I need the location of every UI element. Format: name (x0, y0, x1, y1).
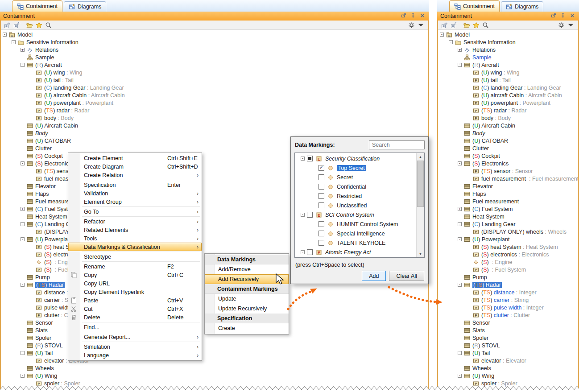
context-menu-item-specification[interactable]: SpecificationEnter (68, 181, 202, 189)
favorites-icon[interactable] (472, 21, 480, 29)
collapse-toggle-icon[interactable]: - (458, 161, 462, 165)
submenu-item-create[interactable]: Create (205, 323, 289, 333)
context-menu-item-simulation[interactable]: Simulation› (68, 342, 202, 351)
collapse-toggle-icon[interactable]: - (301, 157, 305, 161)
tree-node-body[interactable]: Body (438, 129, 578, 137)
collapse-toggle-icon[interactable]: - (12, 40, 16, 44)
context-menu-item-delete[interactable]: DeleteDelete (68, 313, 202, 322)
context-menu-item-language[interactable]: Language› (68, 351, 202, 359)
collapse-toggle-icon[interactable]: - (21, 351, 25, 355)
caret-down-icon[interactable] (417, 21, 425, 29)
checkbox-restricted[interactable] (318, 193, 324, 199)
tree-node-clutter[interactable]: Clutter (438, 144, 578, 152)
tree-node-aircraft-cabin[interactable]: (U) Aircraft Cabin (438, 122, 578, 129)
tree-node-spoler[interactable]: Pspoler : Spoler (438, 380, 578, 387)
submenu-item-add-remove[interactable]: Add/Remove (205, 264, 289, 274)
close-icon[interactable] (569, 12, 576, 19)
context-menu-item-stereotype[interactable]: Stereotype (68, 252, 202, 261)
tree-node-cockpit[interactable]: (S) Cockpit (438, 152, 578, 160)
context-menu-item-element-group[interactable]: Element Group› (68, 198, 202, 206)
tree-node-powerplant[interactable]: P(U) powerplant : Powerplant (438, 99, 578, 107)
close-icon[interactable] (419, 12, 426, 19)
collapse-toggle-icon[interactable]: - (21, 161, 25, 165)
gear-icon[interactable] (557, 21, 565, 29)
tree-node-electronics[interactable]: P(S) electronics : Electronics (438, 251, 578, 258)
context-menu-item-refactor[interactable]: Refactor› (68, 217, 202, 226)
tree-node-wing[interactable]: P(U) wing : Wing (1, 69, 428, 76)
add-button[interactable]: Add (362, 271, 386, 281)
collapse-toggle-icon[interactable]: - (440, 33, 444, 37)
tree-node-landing-gear[interactable]: P(C) landing Gear : Landing Gear (1, 84, 428, 91)
checkbox-talent-keyhole[interactable] (318, 240, 324, 246)
marking-row-partial[interactable] (295, 257, 417, 257)
tree-node-engine[interactable]: (S) : Engine (438, 258, 578, 266)
context-menu-item-data-markings-classification[interactable]: Data Markings & Classification› (68, 243, 202, 251)
scroll-up-icon[interactable]: ▲ (417, 153, 424, 160)
collapse-toggle-icon[interactable]: - (458, 63, 462, 67)
tree-node-heat-system[interactable]: P(S) heat System : Heat System (438, 243, 578, 251)
tree-node-tail[interactable]: P(U) tail : Tail (438, 76, 578, 84)
collapse-toggle-icon[interactable]: - (458, 237, 462, 241)
collapse-toggle-icon[interactable]: - (458, 374, 462, 378)
collapse-all-icon[interactable] (440, 21, 448, 29)
context-menu-item-validation[interactable]: Validation› (68, 189, 202, 198)
tree-node-electronics[interactable]: -(S) Electronics (438, 160, 578, 167)
tree-node-sensitive-information[interactable]: -Sensitive Information (438, 38, 578, 46)
tree-node-fuel-measurement[interactable]: Pfuel measurement : Fuel measurement (438, 175, 578, 182)
tree-node-spoler[interactable]: Spoler (1, 334, 428, 342)
tree-node-aircraft-cabin[interactable]: P(U) aircraft Cabin : Aircraft Cabin (438, 91, 578, 99)
submenu-item-add-recursively[interactable]: Add Recursively (205, 274, 289, 284)
scrollbar[interactable]: ▲ ▼ (416, 153, 424, 257)
collapse-toggle-icon[interactable]: - (21, 374, 25, 378)
tree-node-carrier[interactable]: V(TS) carrier : String (438, 296, 578, 304)
marking-row-restricted[interactable]: Restricted (295, 191, 417, 201)
tree-node-radar[interactable]: P(TS) radar : Radar (438, 107, 578, 114)
context-menu-item-create-relation[interactable]: Create Relation› (68, 171, 202, 179)
tree-node-aircraft[interactable]: -(R) Aircraft (438, 61, 578, 69)
tree-node-elevator[interactable]: Pelevator : Elevator (438, 357, 578, 364)
collapse-toggle-icon[interactable]: - (301, 213, 305, 217)
marking-row-top-secret[interactable]: Top Secret (295, 163, 417, 173)
tree-node-wheels[interactable]: P(DISPLAY ONLY) wheels : Wheels (438, 228, 578, 235)
context-menu-item-cut[interactable]: CutCtrl+X (68, 305, 202, 313)
collapse-toggle-icon[interactable]: - (21, 283, 25, 287)
marking-row-humint-control-system[interactable]: HUMINT Control System (295, 219, 417, 229)
tree-node-sensitive-information[interactable]: -Sensitive Information (1, 38, 428, 46)
tree-node-tail[interactable]: -(U) Tail (1, 349, 428, 357)
tree-node-pump[interactable]: Pump (438, 273, 578, 281)
checkbox-security-classification[interactable] (307, 156, 313, 161)
context-menu-item-create-element[interactable]: Create ElementCtrl+Shift+E (68, 154, 202, 162)
tree-node-powerplant[interactable]: P(U) powerplant : Powerplant (1, 99, 428, 107)
expand-toggle-icon[interactable]: + (458, 207, 462, 211)
tree-node-aircraft-cabin[interactable]: P(U) aircraft Cabin : Aircraft Cabin (1, 91, 428, 99)
tree-node-body[interactable]: Pbody : Body (438, 114, 578, 122)
tree-node-sample[interactable]: Sample (438, 54, 578, 61)
tree-node-fuel-system[interactable]: +(C) Fuel System (438, 205, 578, 213)
collapse-toggle-icon[interactable]: - (458, 351, 462, 355)
tree-node-flaps[interactable]: Pflaps : Flaps (438, 387, 578, 392)
tree-node-body[interactable]: Pbody : Body (1, 114, 428, 122)
open-folder-icon[interactable] (25, 21, 33, 29)
gear-icon[interactable] (407, 21, 415, 29)
tree-node-spoler[interactable]: Spoler (438, 334, 578, 342)
tree-node-aircraft-cabin[interactable]: (U) Aircraft Cabin (1, 122, 428, 129)
collapse-toggle-icon[interactable]: - (458, 222, 462, 226)
tree-node-body[interactable]: Body (1, 129, 428, 137)
tree-node-stovl[interactable]: (R) STOVL (438, 342, 578, 349)
context-menu-item-find[interactable]: Find... (68, 323, 202, 331)
tree-node-landing-gear[interactable]: P(C) landing Gear : Landing Gear (438, 84, 578, 91)
context-menu-item-create-diagram[interactable]: Create DiagramCtrl+Shift+D (68, 162, 202, 171)
submenu-item-update[interactable]: Update (205, 294, 289, 304)
tree-node-model[interactable]: -Model (1, 31, 428, 38)
context-menu-item-go-to[interactable]: Go To› (68, 207, 202, 216)
tree-node-wheels[interactable]: Wheels (438, 364, 578, 372)
checkbox-confidential[interactable] (318, 184, 324, 190)
pin-icon[interactable] (559, 12, 567, 19)
context-menu-item-copy-url[interactable]: Copy URL (68, 279, 202, 288)
tree-node-sample[interactable]: Sample (1, 54, 428, 61)
tree-node-distance[interactable]: V(TS) distance : Integer (438, 289, 578, 296)
marking-row-atomic-energy-act[interactable]: -EAtomic Energy Act (295, 248, 417, 257)
tab-diagrams[interactable]: Diagrams (501, 1, 544, 12)
search-input[interactable] (369, 140, 425, 149)
marking-row-security-classification[interactable]: -ESecurity Classification (295, 154, 417, 163)
